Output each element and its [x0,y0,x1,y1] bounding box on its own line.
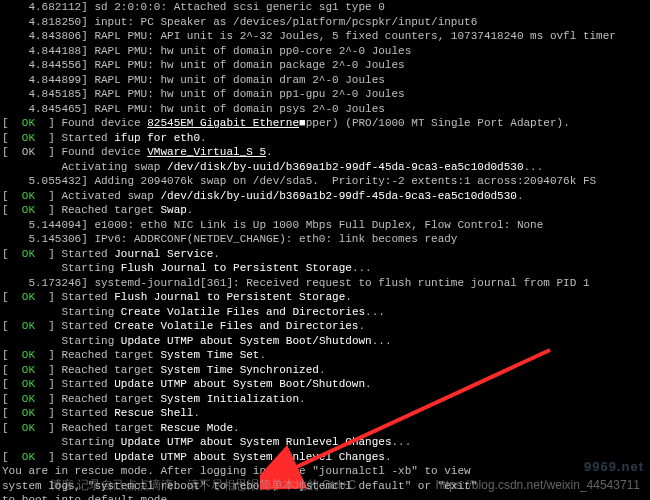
log-line: 5.055432] Adding 2094076k swap on /dev/s… [2,174,648,189]
log-line: 4.843806] RAPL PMU: API unit is 2^-32 Jo… [2,29,648,44]
log-line: Activating swap /dev/disk/by-uuid/b369a1… [2,160,648,175]
log-line: [ OK ] Started Journal Service. [2,247,648,262]
log-line: Starting Update UTMP about System Boot/S… [2,334,648,349]
log-line: [ OK ] Found device 82545EM Gigabit Ethe… [2,116,648,131]
log-line: Starting Update UTMP about System Runlev… [2,435,648,450]
log-line: [ OK ] Started Flush Journal to Persiste… [2,290,648,305]
log-line: 4.844188] RAPL PMU: hw unit of domain pp… [2,44,648,59]
log-line: 4.844899] RAPL PMU: hw unit of domain dr… [2,73,648,88]
log-line: [ OK ] Started Rescue Shell. [2,406,648,421]
log-line: [ OK ] Activated swap /dev/disk/by-uuid/… [2,189,648,204]
log-line: [ OK ] Started Create Volatile Files and… [2,319,648,334]
log-line: [ OK ] Started Update UTMP about System … [2,450,648,465]
log-line: You are in rescue mode. After logging in… [2,464,648,479]
terminal-output: 4.682112] sd 2:0:0:0: Attached scsi gene… [2,0,648,500]
log-line: Starting Create Volatile Files and Direc… [2,305,648,320]
log-line: 4.845465] RAPL PMU: hw unit of domain ps… [2,102,648,117]
log-line: [ OK ] Started Update UTMP about System … [2,377,648,392]
log-line: [ OK ] Reached target Swap. [2,203,648,218]
log-line: 5.145306] IPv6: ADDRCONF(NETDEV_CHANGE):… [2,232,648,247]
log-line: [ OK ] Started ifup for eth0. [2,131,648,146]
log-line: Starting Flush Journal to Persistent Sto… [2,261,648,276]
log-line: 4.844556] RAPL PMU: hw unit of domain pa… [2,58,648,73]
log-line: system logs, "systemctl reboot" to reboo… [2,479,648,494]
log-line: [ OK ] Reached target System Time Set. [2,348,648,363]
log-line: 4.845185] RAPL PMU: hw unit of domain pp… [2,87,648,102]
log-line: 4.682112] sd 2:0:0:0: Attached scsi gene… [2,0,648,15]
log-line: 5.144094] e1000: eth0 NIC Link is Up 100… [2,218,648,233]
watermark-logo: 9969.net [584,460,644,475]
log-line: 5.173246] systemd-journald[361]: Receive… [2,276,648,291]
log-line: to boot into default mode. [2,493,648,500]
log-line: [ OK ] Reached target System Time Synchr… [2,363,648,378]
log-line: [ OK ] Reached target Rescue Mode. [2,421,648,436]
log-line: [ OK ] Reached target System Initializat… [2,392,648,407]
log-line: 4.818250] input: PC Speaker as /devices/… [2,15,648,30]
log-line: [ OK ] Found device VMware_Virtual_S 5. [2,145,648,160]
